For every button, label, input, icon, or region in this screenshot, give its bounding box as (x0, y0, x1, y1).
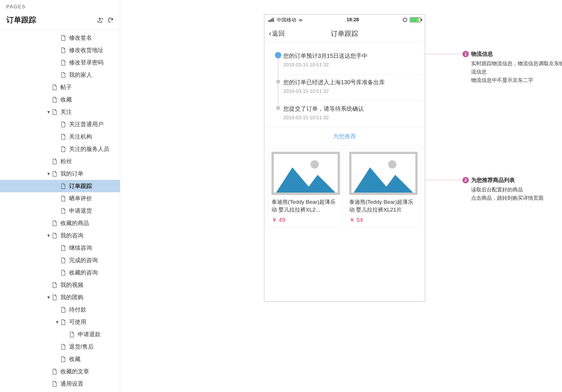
tree-item[interactable]: 完成的咨询 (0, 254, 120, 266)
tree-item[interactable]: 修改登录密码 (0, 56, 120, 69)
tree-item[interactable]: 通用设置 (0, 378, 120, 390)
tree-item[interactable]: 关注机构 (0, 130, 120, 143)
tree-item-label: 我的家人 (69, 71, 92, 79)
refresh-icon[interactable] (107, 17, 114, 23)
expand-arrow-icon[interactable]: ▼ (55, 320, 60, 324)
chevron-left-icon: ‹ (269, 29, 272, 38)
expand-arrow-icon[interactable]: ▼ (46, 109, 51, 114)
tree-item-label: 我的咨询 (60, 232, 83, 239)
tree-item[interactable]: 我的家人 (0, 69, 120, 81)
status-bar: 中国移动 18:28 ⚡ (264, 15, 425, 25)
sidebar-actions (97, 17, 114, 23)
tree-item[interactable]: 修改收货地址 (0, 44, 120, 56)
tree-item-label: 修改登录密码 (69, 59, 104, 66)
annotation-title: 1 物流信息 (462, 50, 562, 58)
tree-item-label: 退货/售后 (69, 343, 94, 351)
wifi-icon (298, 18, 303, 22)
back-button[interactable]: ‹ 返回 (269, 29, 285, 38)
page-tree[interactable]: 修改签名修改收货地址修改登录密码我的家人帖子收藏▼关注关注普通用户关注机构关注的… (0, 30, 120, 392)
tree-item[interactable]: 申请退款 (0, 328, 120, 341)
annotation-2: 2 为您推荐商品列表 读取后台配置好的商品点击商品，跳转到购买详情页面 (462, 176, 562, 202)
annotation-connector (424, 180, 464, 180)
tree-item-label: 申请退货 (69, 207, 92, 215)
sidebar: PAGES 订单跟踪 修改签名修改收货地址修改登录密码我的家人帖子收藏▼关注关注… (0, 0, 120, 392)
tree-item-label: 待付款 (69, 306, 86, 314)
tree-item-label: 收藏 (60, 96, 72, 103)
tree-item[interactable]: 收藏 (0, 353, 120, 365)
tree-item-label: 继续咨询 (69, 244, 92, 252)
tree-item[interactable]: ▼我的团购 (0, 291, 120, 303)
nav-bar: ‹ 返回 订单跟踪 (264, 25, 425, 42)
tree-item[interactable]: 申请退货 (0, 205, 120, 217)
tree-item-label: 粉丝 (60, 157, 72, 165)
page-title: 订单跟踪 (6, 15, 36, 25)
timeline: 您的订单预计3月15日送达您手中2018-03-15 10:51:32您的订单已… (264, 42, 425, 127)
timeline-time: 2018-03-15 10:51:32 (283, 89, 419, 94)
product-image-placeholder (349, 152, 418, 195)
tree-item-label: 收藏的商品 (60, 219, 89, 227)
tree-item[interactable]: 待付款 (0, 303, 120, 316)
svg-marker-4 (354, 167, 413, 193)
tree-item-label: 订单跟踪 (69, 182, 92, 190)
timeline-item: 您的订单预计3月15日送达您手中2018-03-15 10:51:32 (273, 48, 425, 74)
back-label: 返回 (272, 29, 285, 38)
tree-item-label: 可使用 (69, 318, 86, 326)
tree-item-label: 晒单评价 (69, 195, 92, 202)
tree-item[interactable]: 意见反馈 (0, 390, 120, 392)
sidebar-title-row: 订单跟踪 (0, 12, 120, 30)
carrier-label: 中国移动 (277, 17, 296, 23)
tree-item[interactable]: ▼关注 (0, 106, 120, 118)
timeline-dot-icon (275, 52, 281, 58)
tree-item[interactable]: 收藏的文章 (0, 365, 120, 378)
tree-item[interactable]: ▼可使用 (0, 316, 120, 328)
tree-item-label: 修改收货地址 (69, 46, 104, 54)
tree-item-label: 帖子 (60, 83, 72, 91)
timeline-time: 2018-03-15 10:51:32 (283, 115, 419, 121)
tree-item-label: 关注 (60, 108, 72, 116)
canvas: 中国移动 18:28 ⚡ ‹ 返回 订单跟踪 您的订单预计3月15日送达您手中2… (120, 0, 562, 392)
tree-item[interactable]: ▼我的咨询 (0, 229, 120, 242)
timeline-item: 您的订单已经进入上海130号库准备出库2018-03-15 10:51:32 (273, 74, 425, 101)
recommend-grid: 泰迪熊(Teddy Bear)超薄乐动 婴儿拉拉裤XL2...￥ 49泰迪熊(T… (264, 146, 425, 230)
expand-arrow-icon[interactable]: ▼ (46, 233, 51, 238)
timeline-dot-icon (276, 80, 280, 84)
tree-item[interactable]: 晒单评价 (0, 192, 120, 205)
share-icon[interactable] (97, 17, 103, 23)
tree-item[interactable]: 退货/售后 (0, 341, 120, 353)
tree-item-label: 完成的咨询 (69, 256, 98, 264)
location-icon (402, 17, 408, 22)
product-name: 泰迪熊(Teddy Bear)超薄乐动 婴儿拉拉裤XL21片 (349, 198, 418, 214)
product-card[interactable]: 泰迪熊(Teddy Bear)超薄乐动 婴儿拉拉裤XL21片￥ 54 (346, 149, 421, 227)
svg-point-3 (388, 160, 396, 169)
tree-item[interactable]: ▼我的订单 (0, 168, 120, 180)
tree-item-label: 收藏的咨询 (69, 269, 98, 276)
tree-item[interactable]: 收藏的咨询 (0, 266, 120, 279)
tree-item[interactable]: 收藏的商品 (0, 217, 120, 229)
tree-item-label: 我的订单 (60, 170, 83, 178)
expand-arrow-icon[interactable]: ▼ (46, 295, 51, 300)
sidebar-section-label: PAGES (0, 0, 120, 12)
tree-item[interactable]: 关注的服务人员 (0, 143, 120, 155)
tree-item-label: 申请退款 (78, 330, 101, 338)
tree-item[interactable]: 继续咨询 (0, 242, 120, 254)
timeline-text: 您的订单预计3月15日送达您手中 (283, 52, 419, 60)
phone-mockup: 中国移动 18:28 ⚡ ‹ 返回 订单跟踪 您的订单预计3月15日送达您手中2… (264, 14, 425, 302)
product-image-placeholder (272, 152, 340, 195)
tree-item[interactable]: 收藏 (0, 93, 120, 106)
timeline-item: 您提交了订单，请等待系统确认2018-03-15 10:51:32 (273, 101, 425, 127)
tree-item-label: 关注普通用户 (69, 120, 104, 128)
battery-icon: ⚡ (410, 17, 421, 22)
tree-item-label: 我的团购 (60, 293, 83, 301)
expand-arrow-icon[interactable]: ▼ (46, 171, 51, 176)
tree-item[interactable]: 关注普通用户 (0, 118, 120, 130)
svg-marker-2 (276, 167, 335, 193)
tree-item[interactable]: 帖子 (0, 81, 120, 93)
annotation-connector (424, 54, 464, 54)
tree-item[interactable]: 我的视频 (0, 279, 120, 291)
tree-item[interactable]: 修改签名 (0, 32, 120, 44)
product-card[interactable]: 泰迪熊(Teddy Bear)超薄乐动 婴儿拉拉裤XL2...￥ 49 (268, 149, 343, 227)
tree-item[interactable]: 粉丝 (0, 155, 120, 168)
signal-icon (268, 18, 275, 22)
tree-item[interactable]: 订单跟踪 (0, 180, 120, 192)
recommend-header: 为您推荐 (264, 127, 425, 146)
